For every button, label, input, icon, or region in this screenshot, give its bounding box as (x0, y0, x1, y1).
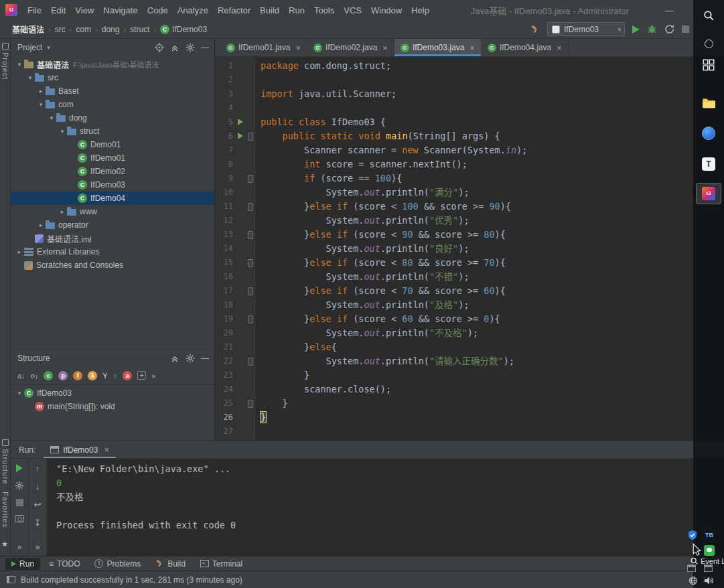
filter-icon[interactable]: Y (102, 372, 107, 380)
bottom-tab-terminal[interactable]: >Terminal (194, 558, 248, 570)
tool-window-button-favorites[interactable]: Favorites (0, 492, 11, 528)
tree-item-operator[interactable]: ▸operator (11, 218, 214, 232)
file-explorer-icon[interactable] (702, 97, 715, 108)
debug-button[interactable] (647, 24, 657, 34)
code-line-4[interactable]: 4 (215, 101, 724, 115)
close-icon[interactable]: × (469, 43, 475, 53)
breadcrumb-item-dong[interactable]: dong (99, 23, 123, 35)
tree-item-src[interactable]: ▾src (11, 71, 214, 84)
code-line-12[interactable]: 12 System.out.println("优秀"); (215, 214, 724, 228)
tree-item-baset[interactable]: ▸Baset (11, 84, 214, 98)
code-line-11[interactable]: 11 }else if (score < 100 && score >= 90)… (215, 200, 724, 214)
expander-icon[interactable]: ▾ (47, 115, 56, 121)
security-shield-icon[interactable] (687, 530, 698, 540)
console-output[interactable]: "E:\New Folder\bin\java.exe" ...0不及格 Pro… (47, 459, 724, 556)
code-line-18[interactable]: 18 System.out.println("及格"); (215, 298, 724, 312)
menu-edit[interactable]: Edit (46, 3, 70, 17)
expander-icon[interactable]: ▾ (25, 74, 35, 81)
fold-marker-icon[interactable] (245, 171, 255, 186)
task-view-icon[interactable] (703, 59, 715, 71)
tree-item-scratches-and-consoles[interactable]: Scratches and Consoles (11, 259, 214, 272)
expand-all-icon[interactable]: + (137, 371, 146, 380)
code-line-5[interactable]: 5public class IfDemo03 { (215, 115, 724, 129)
editor-tab-ifdemo03[interactable]: CIfDemo03.java× (394, 39, 482, 56)
breadcrumb-item-com[interactable]: com (73, 23, 94, 35)
code-line-27[interactable]: 27 (215, 425, 724, 439)
tb-app-icon[interactable]: TB (704, 530, 715, 540)
breadcrumb-item-src[interactable]: src (52, 23, 68, 35)
up-stack-trace-icon[interactable]: ↑ (35, 464, 40, 473)
tree-item-struct[interactable]: ▾struct (11, 125, 214, 138)
settings-icon[interactable] (15, 481, 24, 490)
tree-item-ifdemo02[interactable]: CIfDemo02 (11, 165, 214, 178)
code-line-9[interactable]: 9 if (score == 100){ (215, 171, 724, 186)
stop-button[interactable] (682, 25, 689, 33)
code-line-2[interactable]: 2 (215, 73, 724, 87)
editor-tab-ifdemo02[interactable]: CIfDemo02.java× (307, 39, 394, 56)
structure-panel-title[interactable]: Structure (17, 354, 50, 363)
code-line-24[interactable]: 24 scanner.close(); (215, 382, 724, 396)
run-configuration-select[interactable]: IfDemo03 ▾ (547, 22, 625, 36)
show-annotations-icon[interactable]: a (123, 371, 132, 380)
bottom-tab-problems[interactable]: !Problems (88, 558, 147, 570)
editor-tab-ifdemo01[interactable]: CIfDemo01.java× (220, 39, 307, 56)
fold-marker-icon[interactable] (245, 129, 255, 143)
tree-item-demo01[interactable]: CDemo01 (11, 138, 214, 151)
code-line-20[interactable]: 20 System.out.println("不及格"); (215, 326, 724, 340)
bottom-tab-run[interactable]: Run (5, 558, 40, 570)
menu-view[interactable]: View (70, 3, 98, 17)
expander-icon[interactable]: ▾ (15, 61, 24, 68)
menu-navigate[interactable]: Navigate (98, 3, 142, 17)
assistant-icon[interactable] (705, 40, 713, 48)
expander-icon[interactable]: ▾ (15, 390, 24, 396)
bottom-tab-build[interactable]: Build (149, 558, 192, 570)
search-icon[interactable] (703, 9, 715, 21)
expander-icon[interactable]: ▸ (36, 88, 46, 94)
fold-marker-icon[interactable] (245, 284, 255, 298)
sort-by-visibility-icon[interactable]: o↓ (31, 372, 39, 380)
fold-marker-icon[interactable] (245, 354, 255, 368)
bottom-tab-todo[interactable]: ≡TODO (43, 558, 86, 570)
menu-run[interactable]: Run (284, 3, 309, 17)
rerun-button[interactable] (16, 464, 23, 472)
breadcrumb-item-struct[interactable]: struct (127, 23, 152, 35)
menu-build[interactable]: Build (255, 3, 284, 17)
code-line-19[interactable]: 19 }else if (score < 60 && score >= 0){ (215, 312, 724, 326)
fold-marker-icon[interactable] (245, 228, 255, 242)
collapse-all-icon[interactable] (170, 354, 179, 363)
tree-item-dong[interactable]: ▾dong (11, 111, 214, 125)
editor[interactable]: 1package com.dong.struct;23import java.u… (215, 57, 724, 441)
run-button[interactable] (632, 25, 640, 33)
tool-window-button-structure[interactable]: Structure (0, 439, 11, 485)
favorites-star-icon[interactable]: ★ (1, 540, 8, 548)
project-panel-title[interactable]: Project (17, 43, 42, 52)
close-icon[interactable]: × (382, 43, 388, 53)
hide-panel-icon[interactable]: — (201, 43, 209, 52)
code-line-23[interactable]: 23 } (215, 368, 724, 382)
show-properties-icon[interactable]: p (58, 371, 68, 380)
code-line-6[interactable]: 6 public static void main(String[] args)… (215, 129, 724, 143)
tree-item-ifdemo03[interactable]: CIfDemo03 (11, 178, 214, 192)
tree-item-ifdemo04[interactable]: CIfDemo04 (11, 192, 214, 205)
tool-window-button-project[interactable]: Project (0, 43, 11, 80)
menu-tools[interactable]: Tools (309, 3, 339, 17)
code-line-3[interactable]: 3import java.util.Scanner; (215, 87, 724, 101)
expander-icon[interactable]: ▾ (58, 128, 67, 135)
close-icon[interactable]: × (295, 43, 301, 53)
code-line-25[interactable]: 25 } (215, 396, 724, 411)
expander-icon[interactable]: ▸ (15, 248, 24, 255)
fold-marker-icon[interactable] (245, 256, 255, 270)
quark-browser-icon[interactable] (702, 127, 715, 140)
expander-icon[interactable]: ▾ (36, 101, 46, 108)
show-fields-icon[interactable]: f (73, 371, 82, 380)
code-line-14[interactable]: 14 System.out.println("良好"); (215, 242, 724, 256)
down-stack-trace-icon[interactable]: ↓ (35, 482, 40, 492)
settings-gear-icon[interactable] (186, 43, 195, 52)
code-line-26[interactable]: 26} (215, 411, 724, 425)
menu-code[interactable]: Code (143, 3, 173, 17)
tree-item-www[interactable]: ▸www (11, 205, 214, 218)
collapse-all-icon[interactable] (170, 43, 179, 52)
run-arrow-icon[interactable] (236, 115, 245, 129)
tool-window-switcher-icon[interactable] (7, 576, 15, 583)
chat-app-icon[interactable] (704, 545, 715, 556)
